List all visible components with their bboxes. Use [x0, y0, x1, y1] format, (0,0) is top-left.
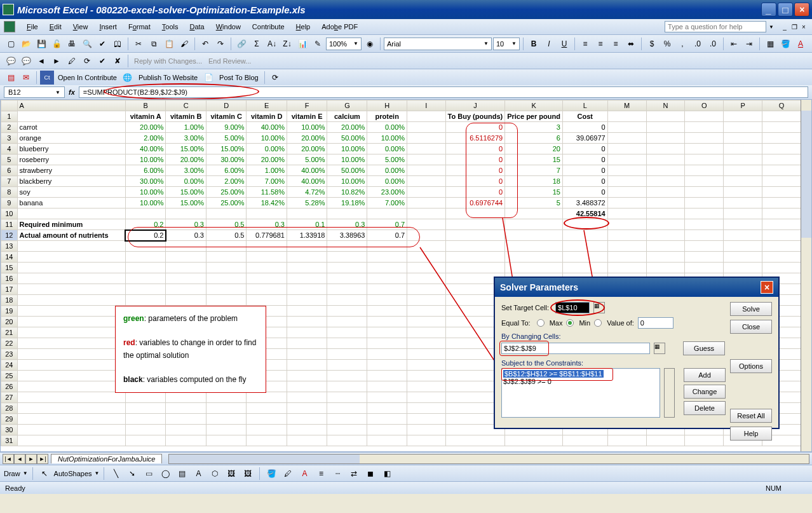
- print-icon[interactable]: 🖶: [65, 37, 79, 51]
- row-7[interactable]: 7: [1, 176, 18, 187]
- row-4[interactable]: 4: [1, 144, 18, 154]
- col-O[interactable]: O: [685, 100, 724, 111]
- changing-cells-input[interactable]: $J$2:$J$9: [501, 343, 650, 354]
- menu-tools[interactable]: Tools: [157, 21, 184, 32]
- col-D[interactable]: D: [206, 100, 247, 111]
- row-26[interactable]: 26: [1, 381, 18, 392]
- next-sheet-button[interactable]: ►: [25, 454, 37, 464]
- refresh-icon[interactable]: ⟳: [268, 71, 282, 85]
- row-15[interactable]: 15: [1, 263, 18, 273]
- row-20[interactable]: 20: [1, 317, 18, 327]
- permission-icon[interactable]: 🔓: [50, 37, 64, 51]
- row-16[interactable]: 16: [1, 273, 18, 284]
- horizontal-scrollbar[interactable]: [168, 454, 809, 464]
- undo-icon[interactable]: ↶: [198, 37, 212, 51]
- decrease-indent-icon[interactable]: ⇤: [727, 37, 741, 51]
- cut-icon[interactable]: ✂: [132, 37, 145, 51]
- min-radio[interactable]: [566, 319, 574, 327]
- zoom-combo[interactable]: 100%▼: [326, 38, 362, 50]
- ink-icon[interactable]: 🖊: [65, 54, 79, 68]
- select-all[interactable]: [1, 100, 18, 111]
- row-14[interactable]: 14: [1, 252, 18, 263]
- row-31[interactable]: 31: [1, 435, 18, 446]
- rectangle-icon[interactable]: ▭: [142, 467, 156, 481]
- changing-ref-button[interactable]: ▦: [654, 343, 665, 354]
- menu-format[interactable]: Format: [123, 21, 156, 32]
- max-radio[interactable]: [537, 319, 545, 327]
- clipart-icon[interactable]: 🖼: [224, 467, 238, 481]
- pdf-mail-icon[interactable]: ✉: [19, 71, 33, 85]
- row-1[interactable]: 1: [1, 111, 18, 122]
- doc-restore-button[interactable]: ❐: [790, 22, 799, 31]
- increase-decimal-icon[interactable]: .0: [691, 37, 705, 51]
- row-5[interactable]: 5: [1, 154, 18, 165]
- next-comment-icon[interactable]: ►: [50, 54, 64, 68]
- minimize-button[interactable]: _: [761, 3, 776, 17]
- end-review-link[interactable]: End Review...: [206, 57, 254, 65]
- borders-icon[interactable]: ▦: [763, 37, 777, 51]
- drawing-icon[interactable]: ✎: [311, 37, 325, 51]
- row-28[interactable]: 28: [1, 403, 18, 414]
- prev-comment-icon[interactable]: ◄: [34, 54, 48, 68]
- fill-color-icon[interactable]: 🪣: [778, 37, 792, 51]
- solve-button[interactable]: Solve: [730, 302, 772, 316]
- format-painter-icon[interactable]: 🖌: [177, 37, 191, 51]
- accept-icon[interactable]: ✔: [95, 54, 109, 68]
- row-23[interactable]: 23: [1, 349, 18, 360]
- col-B[interactable]: B: [125, 100, 165, 111]
- spellcheck-icon[interactable]: ✔: [95, 37, 109, 51]
- arrow-style-icon[interactable]: ⇄: [347, 467, 361, 481]
- align-left-icon[interactable]: ≡: [578, 37, 592, 51]
- oval-icon[interactable]: ◯: [158, 467, 172, 481]
- picture-icon[interactable]: 🖼: [241, 467, 255, 481]
- help-input[interactable]: [665, 21, 766, 32]
- guess-button[interactable]: Guess: [683, 341, 725, 355]
- size-combo[interactable]: 10▼: [493, 38, 520, 50]
- menu-view[interactable]: View: [68, 21, 93, 32]
- fill-color-icon[interactable]: 🪣: [264, 467, 278, 481]
- 3d-icon[interactable]: ◧: [380, 467, 394, 481]
- close-button[interactable]: Close: [730, 320, 772, 334]
- target-cell-input[interactable]: $L$10: [555, 302, 590, 313]
- target-ref-button[interactable]: ▦: [593, 302, 605, 313]
- prev-sheet-button[interactable]: ◄: [14, 454, 25, 464]
- increase-indent-icon[interactable]: ⇥: [742, 37, 756, 51]
- delete-button[interactable]: Delete: [684, 401, 726, 415]
- constraints-scrollbar[interactable]: [664, 368, 675, 418]
- arrow-icon[interactable]: ➘: [125, 467, 139, 481]
- maximize-button[interactable]: □: [778, 3, 793, 17]
- font-color-icon[interactable]: A: [297, 467, 311, 481]
- draw-menu[interactable]: Draw: [4, 470, 20, 477]
- row-11[interactable]: 11: [1, 219, 18, 230]
- sheet-tab-active[interactable]: NutOptimizationForJambaJuice: [51, 454, 162, 463]
- col-K[interactable]: K: [505, 100, 563, 111]
- formula-input[interactable]: =SUMPRODUCT(B2:B9,$J2:$J9): [79, 86, 808, 98]
- row-10[interactable]: 10: [1, 209, 18, 219]
- constraint-1[interactable]: $B$12:$H$12 >= $B$11:$H$11: [503, 370, 604, 378]
- font-combo[interactable]: Arial▼: [384, 38, 492, 50]
- col-J[interactable]: J: [445, 100, 505, 111]
- sort-asc-icon[interactable]: A↓: [265, 37, 279, 51]
- add-button[interactable]: Add: [684, 368, 726, 382]
- help-button[interactable]: Help: [730, 427, 772, 441]
- col-F[interactable]: F: [287, 100, 327, 111]
- row-2[interactable]: 2: [1, 122, 18, 133]
- close-button[interactable]: ×: [794, 3, 809, 17]
- name-box[interactable]: B12▼: [4, 86, 65, 98]
- shadow-icon[interactable]: ◼: [363, 467, 377, 481]
- col-M[interactable]: M: [607, 100, 646, 111]
- row-22[interactable]: 22: [1, 338, 18, 349]
- constraint-2[interactable]: $J$2:$J$9 >= 0: [503, 378, 658, 385]
- change-button[interactable]: Change: [684, 385, 726, 399]
- underline-button[interactable]: U: [557, 37, 571, 51]
- help-dropdown-icon[interactable]: ▼: [769, 24, 774, 30]
- textbox-icon[interactable]: ▤: [175, 467, 189, 481]
- row-24[interactable]: 24: [1, 360, 18, 371]
- reject-icon[interactable]: ✘: [111, 54, 125, 68]
- menu-contribute[interactable]: Contribute: [247, 21, 290, 32]
- open-icon[interactable]: 📂: [19, 37, 33, 51]
- help-icon[interactable]: ◉: [363, 37, 377, 51]
- menu-data[interactable]: Data: [184, 21, 209, 32]
- track-icon[interactable]: ⟳: [80, 54, 94, 68]
- col-N[interactable]: N: [646, 100, 685, 111]
